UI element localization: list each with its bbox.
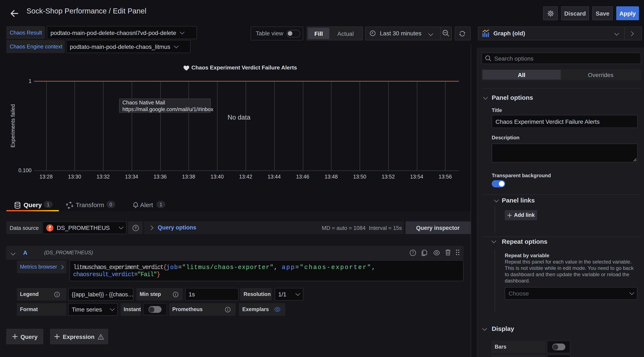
svg-text:?: ?: [412, 251, 414, 255]
svg-text:?: ?: [134, 226, 137, 230]
